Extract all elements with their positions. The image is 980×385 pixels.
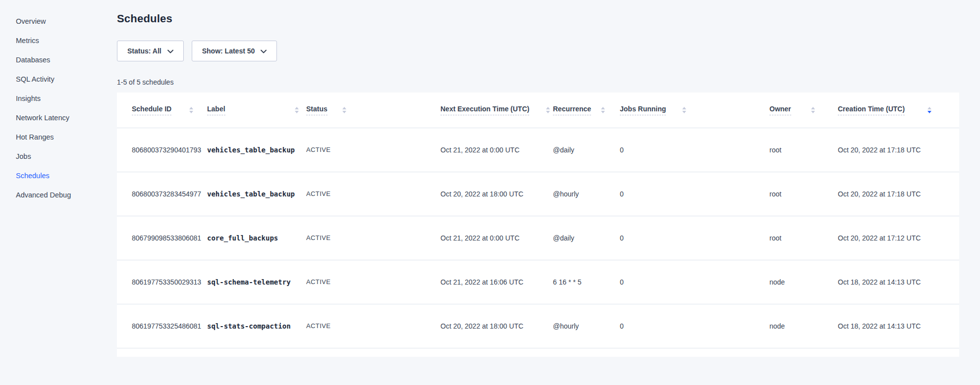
sidebar-item-hot-ranges[interactable]: Hot Ranges <box>0 128 114 147</box>
column-label: Recurrence <box>553 105 591 115</box>
app-window: OverviewMetricsDatabasesSQL ActivityInsi… <box>0 0 980 385</box>
sort-icon[interactable] <box>546 107 550 113</box>
column-header-recurrence[interactable]: Recurrence <box>553 93 620 128</box>
sort-asc-arrow <box>927 107 931 109</box>
sort-desc-arrow <box>342 111 346 113</box>
sort-asc-arrow <box>342 107 346 109</box>
cell-label: sql-stats-compaction <box>207 304 306 348</box>
column-header-label[interactable]: Label <box>207 93 306 128</box>
cell-status: ACTIVE <box>306 172 440 216</box>
sidebar: OverviewMetricsDatabasesSQL ActivityInsi… <box>0 0 114 385</box>
sidebar-item-insights[interactable]: Insights <box>0 89 114 108</box>
cell-creation-time: Oct 20, 2022 at 17:18 UTC <box>838 172 959 216</box>
column-label: Status <box>306 105 327 115</box>
cell-status: ACTIVE <box>306 128 440 172</box>
sort-desc-arrow <box>682 111 686 113</box>
cell-jobs-running: 0 <box>620 260 769 304</box>
cell-status: ACTIVE <box>306 216 440 260</box>
sidebar-item-jobs[interactable]: Jobs <box>0 147 114 166</box>
sort-asc-arrow <box>682 107 686 109</box>
cell-schedule-id: 806800373283454977 <box>117 172 207 216</box>
sort-desc-arrow <box>601 111 605 113</box>
cell-next-execution-time: Oct 21, 2022 at 16:06 UTC <box>440 260 553 304</box>
column-header-creation-time-utc[interactable]: Creation Time (UTC) <box>838 93 959 128</box>
column-header-schedule-id[interactable]: Schedule ID <box>117 93 207 128</box>
filter-bar: Status: All Show: Latest 50 <box>117 41 959 61</box>
chevron-down-icon <box>261 49 267 53</box>
page-title: Schedules <box>117 12 959 26</box>
cell-status: ACTIVE <box>306 260 440 304</box>
sort-desc-arrow <box>927 111 931 113</box>
cell-next-execution-time: Oct 21, 2022 at 0:00 UTC <box>440 216 553 260</box>
status-filter-dropdown[interactable]: Status: All <box>117 41 184 61</box>
cell-creation-time: Oct 20, 2022 at 17:18 UTC <box>838 128 959 172</box>
column-label: Label <box>207 105 225 115</box>
sort-asc-arrow <box>546 107 550 109</box>
sort-asc-arrow <box>601 107 605 109</box>
cell-jobs-running: 0 <box>620 128 769 172</box>
cell-label: core_full_backups <box>207 216 306 260</box>
show-filter-label: Show: Latest 50 <box>202 47 255 55</box>
cell-recurrence: @daily <box>553 216 620 260</box>
cell-creation-time: Oct 18, 2022 at 14:13 UTC <box>838 260 959 304</box>
sort-icon[interactable] <box>682 107 686 113</box>
cell-next-execution-time: Oct 21, 2022 at 0:00 UTC <box>440 128 553 172</box>
column-header-next-execution-time-utc[interactable]: Next Execution Time (UTC) <box>440 93 553 128</box>
cell-owner: root <box>769 172 838 216</box>
sidebar-item-advanced-debug[interactable]: Advanced Debug <box>0 186 114 205</box>
sidebar-item-databases[interactable]: Databases <box>0 50 114 70</box>
status-filter-label: Status: All <box>127 47 162 55</box>
sidebar-item-schedules[interactable]: Schedules <box>0 166 114 186</box>
schedules-table-card: Schedule IDLabelStatusNext Execution Tim… <box>117 93 959 357</box>
results-count: 1-5 of 5 schedules <box>117 78 959 87</box>
sort-icon[interactable] <box>342 107 346 113</box>
cell-jobs-running: 0 <box>620 216 769 260</box>
cell-schedule-id: 806799098533806081 <box>117 216 207 260</box>
cell-recurrence: @daily <box>553 128 620 172</box>
cell-creation-time: Oct 18, 2022 at 14:13 UTC <box>838 304 959 348</box>
cell-schedule-id: 806800373290401793 <box>117 128 207 172</box>
sort-icon[interactable] <box>601 107 605 113</box>
cell-owner: node <box>769 260 838 304</box>
sort-desc-arrow <box>546 111 550 113</box>
sort-icon[interactable] <box>295 107 299 113</box>
column-label: Owner <box>769 105 791 115</box>
cell-label: sql-schema-telemetry <box>207 260 306 304</box>
sort-desc-arrow <box>295 111 299 113</box>
table-row: 806197753350029313sql-schema-telemetryAC… <box>117 260 959 304</box>
sort-desc-arrow <box>811 111 815 113</box>
sidebar-item-metrics[interactable]: Metrics <box>0 31 114 50</box>
cell-recurrence: 6 16 * * 5 <box>553 260 620 304</box>
column-header-owner[interactable]: Owner <box>769 93 838 128</box>
column-label: Next Execution Time (UTC) <box>440 105 529 115</box>
cell-next-execution-time: Oct 20, 2022 at 18:00 UTC <box>440 172 553 216</box>
table-row: 806197753325486081sql-stats-compactionAC… <box>117 304 959 348</box>
cell-schedule-id: 806197753325486081 <box>117 304 207 348</box>
column-label: Creation Time (UTC) <box>838 105 905 115</box>
cell-label: vehicles_table_backup <box>207 172 306 216</box>
sort-icon[interactable] <box>189 107 193 113</box>
table-row: 806800373283454977vehicles_table_backupA… <box>117 172 959 216</box>
cell-owner: node <box>769 304 838 348</box>
column-header-jobs-running[interactable]: Jobs Running <box>620 93 769 128</box>
column-label: Schedule ID <box>132 105 171 115</box>
cell-jobs-running: 0 <box>620 172 769 216</box>
main-content: Schedules Status: All Show: Latest 50 1-… <box>114 0 980 385</box>
chevron-down-icon <box>167 49 173 53</box>
table-header-row: Schedule IDLabelStatusNext Execution Tim… <box>117 93 959 128</box>
sort-icon[interactable] <box>811 107 815 113</box>
show-filter-dropdown[interactable]: Show: Latest 50 <box>192 41 277 61</box>
column-label: Jobs Running <box>620 105 666 115</box>
schedules-table: Schedule IDLabelStatusNext Execution Tim… <box>117 93 959 348</box>
column-header-status[interactable]: Status <box>306 93 440 128</box>
cell-label: vehicles_table_backup <box>207 128 306 172</box>
sidebar-item-overview[interactable]: Overview <box>0 12 114 31</box>
cell-creation-time: Oct 20, 2022 at 17:12 UTC <box>838 216 959 260</box>
cell-next-execution-time: Oct 20, 2022 at 18:00 UTC <box>440 304 553 348</box>
sidebar-item-network-latency[interactable]: Network Latency <box>0 108 114 128</box>
cell-jobs-running: 0 <box>620 304 769 348</box>
sort-icon[interactable] <box>927 107 931 113</box>
sidebar-item-sql-activity[interactable]: SQL Activity <box>0 70 114 89</box>
sort-asc-arrow <box>811 107 815 109</box>
table-row: 806800373290401793vehicles_table_backupA… <box>117 128 959 172</box>
